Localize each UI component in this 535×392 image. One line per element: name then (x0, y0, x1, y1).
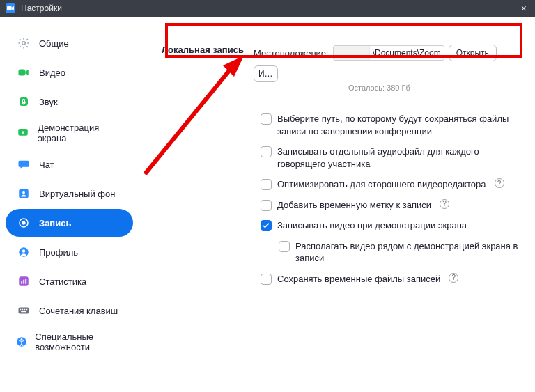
sidebar-item-video[interactable]: Видео (6, 58, 133, 86)
app-icon (6, 3, 15, 13)
checkbox[interactable] (261, 274, 272, 285)
sidebar-item-profile[interactable]: Профиль (6, 238, 133, 266)
stats-icon (15, 273, 32, 290)
chat-icon (15, 156, 32, 173)
sidebar-item-audio[interactable]: Звук (6, 88, 133, 116)
titlebar: Настройки × (0, 0, 535, 17)
checkbox[interactable] (261, 220, 272, 231)
svg-point-10 (22, 249, 26, 253)
sidebar: Общие Видео Звук Демонстрация экрана Чат… (0, 17, 139, 392)
option-add-timestamp[interactable]: Добавить временную метку к записи ? (261, 195, 525, 216)
svg-rect-14 (25, 279, 26, 284)
checkbox[interactable] (279, 241, 290, 252)
option-label: Оптимизировать для стороннего видеоредак… (277, 178, 486, 191)
svg-rect-16 (20, 309, 22, 311)
settings-icon (15, 35, 32, 52)
svg-rect-0 (7, 6, 12, 10)
option-optimize-editor[interactable]: Оптимизировать для стороннего видеоредак… (261, 174, 525, 195)
sidebar-item-label: Запись (39, 218, 71, 228)
open-folder-button[interactable]: Открыть (449, 45, 497, 61)
accessibility-icon (15, 334, 28, 350)
sidebar-item-virtual-bg[interactable]: Виртуальный фон (6, 180, 133, 207)
option-label: Добавить временную метку к записи (277, 199, 431, 212)
close-icon[interactable]: × (518, 3, 529, 13)
sidebar-item-label: Профиль (39, 247, 78, 258)
video-icon (15, 64, 32, 81)
sidebar-item-recording[interactable]: Запись (6, 209, 133, 237)
svg-rect-18 (24, 309, 26, 311)
svg-rect-2 (19, 70, 26, 76)
checkbox[interactable] (261, 146, 272, 157)
svg-rect-13 (23, 280, 24, 284)
checkbox[interactable] (261, 113, 272, 125)
record-icon (15, 214, 32, 231)
remaining-space-text: Осталось: 380 Гб (348, 84, 522, 92)
svg-rect-19 (26, 309, 28, 311)
option-label: Сохранять временные файлы записей (277, 273, 440, 285)
sidebar-item-label: Статистика (39, 276, 86, 287)
svg-rect-20 (21, 311, 26, 313)
svg-point-1 (22, 42, 26, 45)
sidebar-item-label: Демонстрация экрана (38, 123, 123, 143)
sidebar-item-stats[interactable]: Статистика (6, 267, 133, 295)
sidebar-item-label: Чат (39, 159, 54, 170)
content-pane: Локальная запись Местоположение: \Docume… (139, 17, 535, 392)
profile-icon (15, 244, 32, 260)
checkbox[interactable] (261, 179, 272, 190)
window-title: Настройки (21, 3, 62, 13)
option-label: Записывать видео при демонстрации экрана (277, 219, 467, 232)
option-label: Выберите путь, по которому будут сохраня… (277, 113, 514, 137)
svg-point-8 (22, 221, 25, 224)
svg-rect-12 (21, 281, 22, 284)
help-icon[interactable]: ? (495, 178, 504, 188)
sidebar-item-label: Виртуальный фон (39, 189, 115, 199)
option-video-beside-share[interactable]: Располагать видео рядом с демонстрацией … (261, 236, 525, 269)
help-icon[interactable]: ? (449, 273, 458, 283)
sidebar-item-share[interactable]: Демонстрация экрана (6, 117, 133, 149)
share-screen-icon (15, 125, 31, 141)
svg-rect-17 (22, 309, 24, 311)
option-separate-audio[interactable]: Записывать отдельный аудиофайл для каждо… (261, 141, 525, 174)
recording-options: Выберите путь, по которому будут сохраня… (149, 109, 525, 289)
path-masked-segment (334, 46, 370, 60)
virtual-bg-icon (15, 185, 32, 202)
location-label: Местоположение: (254, 48, 329, 58)
sidebar-item-general[interactable]: Общие (6, 29, 133, 57)
sidebar-item-label: Специальные возможности (35, 331, 123, 352)
sidebar-item-label: Общие (39, 38, 69, 49)
path-visible-text: \Documents\Zoom (370, 48, 444, 58)
svg-point-22 (21, 338, 23, 340)
section-title-local-recording: Локальная запись (162, 45, 244, 55)
audio-icon (15, 93, 32, 110)
checkbox[interactable] (261, 200, 272, 211)
sidebar-item-label: Сочетания клавиш (39, 306, 118, 316)
option-keep-temp-files[interactable]: Сохранять временные файлы записей ? (261, 269, 525, 290)
svg-rect-15 (19, 308, 29, 314)
help-icon[interactable]: ? (440, 199, 449, 209)
sidebar-item-chat[interactable]: Чат (6, 150, 133, 178)
sidebar-item-label: Видео (39, 68, 65, 78)
sidebar-item-accessibility[interactable]: Специальные возможности (6, 326, 133, 358)
svg-point-6 (22, 191, 25, 194)
change-folder-button[interactable]: И… (254, 65, 278, 82)
sidebar-item-label: Звук (39, 97, 58, 107)
recording-path-field[interactable]: \Documents\Zoom (333, 45, 444, 61)
keyboard-icon (15, 302, 32, 319)
sidebar-item-shortcuts[interactable]: Сочетания клавиш (6, 297, 133, 324)
option-record-during-share[interactable]: Записывать видео при демонстрации экрана (261, 215, 525, 236)
option-label: Располагать видео рядом с демонстрацией … (295, 240, 525, 265)
option-choose-path[interactable]: Выберите путь, по которому будут сохраня… (261, 109, 525, 141)
option-label: Записывать отдельный аудиофайл для каждо… (277, 146, 514, 170)
